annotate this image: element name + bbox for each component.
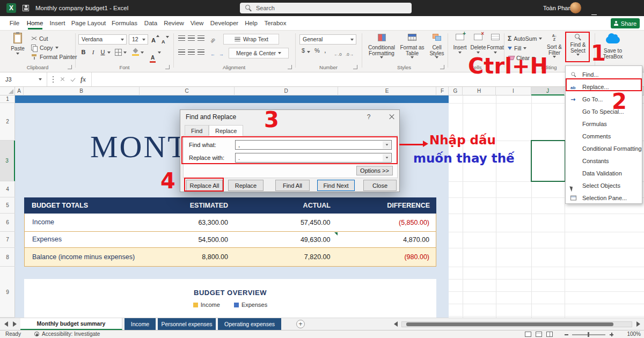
zoom-out-icon[interactable] [565, 334, 568, 335]
number-format-select[interactable]: General [299, 34, 356, 45]
menu-item-data-validation[interactable]: Data Validation [566, 167, 642, 179]
align-center-icon[interactable] [188, 49, 195, 55]
table-row-expenses[interactable]: Expenses 54,500.00 49,630.00 4,870.00 [24, 232, 436, 248]
col-header-B[interactable]: B [24, 87, 140, 95]
row-header-8[interactable]: 8 [0, 248, 15, 267]
row-header-6[interactable]: 6 [0, 214, 15, 232]
insert-button[interactable]: Insert [452, 34, 468, 54]
hscroll-left-icon[interactable] [394, 321, 398, 327]
col-header-E[interactable]: E [338, 87, 436, 95]
comma-icon[interactable]: , [324, 46, 326, 54]
cell-styles-button[interactable]: Cell Styles [427, 34, 447, 58]
sheet-tab-summary[interactable]: Monthly budget summary [20, 318, 122, 330]
fill-button[interactable]: Fill [508, 44, 526, 53]
table-row-balance[interactable]: Balance (income minus expenses) 8,800.00… [24, 248, 436, 267]
tab-review[interactable]: Review [162, 16, 186, 30]
table-row-income[interactable]: Income 63,300.00 57,450.00 (5,850.00) [24, 214, 436, 232]
col-header-A[interactable]: A [15, 87, 24, 95]
col-header-F[interactable]: F [436, 87, 449, 95]
delete-button[interactable]: Delete [470, 34, 486, 54]
italic-button[interactable]: I [89, 48, 97, 57]
tab-terabox[interactable]: Terabox [262, 16, 289, 30]
zoom-slider-thumb[interactable] [588, 332, 589, 337]
selected-cell-J3[interactable] [531, 140, 566, 182]
dialog-tab-find[interactable]: Find [185, 125, 209, 136]
normal-view-icon[interactable] [525, 332, 531, 337]
sheet-nav-right-icon[interactable] [13, 321, 17, 327]
decrease-indent-icon[interactable] [210, 48, 215, 58]
row-header-4[interactable]: 4 [0, 181, 15, 197]
menu-item-comments[interactable]: Comments [566, 130, 642, 142]
col-header-D[interactable]: D [235, 87, 338, 95]
copy-button[interactable]: Copy [31, 43, 58, 52]
name-box[interactable]: J3 [0, 72, 47, 86]
decrease-font-icon[interactable] [162, 36, 169, 46]
row-header-3[interactable]: 3 [0, 141, 15, 181]
find-all-button[interactable]: Find All [275, 180, 310, 191]
replace-button[interactable]: Replace [228, 180, 264, 191]
tab-file[interactable]: File [6, 16, 23, 30]
accounting-dropdown[interactable] [307, 51, 310, 53]
menu-item-go-to-special[interactable]: Go To Special... [566, 105, 642, 117]
format-button[interactable]: Format [487, 34, 503, 54]
accounting-icon[interactable]: $ [302, 47, 305, 54]
menu-item-selection-pane[interactable]: Selection Pane... [566, 192, 642, 204]
align-right-icon[interactable] [197, 49, 204, 55]
enter-icon[interactable] [71, 77, 76, 82]
tab-insert[interactable]: Insert [47, 16, 68, 30]
dialog-close-button[interactable]: Close [363, 180, 397, 191]
menu-item-go-to[interactable]: Go To... [566, 93, 642, 105]
conditional-formatting-button[interactable]: Conditional Formatting [367, 34, 396, 58]
share-button[interactable]: Share [611, 18, 640, 28]
number-dialog-launcher[interactable] [353, 65, 357, 69]
underline-button[interactable]: U [99, 48, 107, 57]
increase-indent-icon[interactable] [219, 48, 224, 58]
underline-dropdown[interactable] [107, 52, 111, 54]
add-sheet-button[interactable]: + [296, 320, 305, 328]
clipboard-dialog-launcher[interactable] [68, 65, 72, 69]
select-all-corner[interactable] [0, 87, 15, 95]
page-layout-view-icon[interactable] [536, 332, 542, 337]
cancel-icon[interactable] [60, 77, 65, 82]
search-input[interactable]: Search [240, 3, 412, 13]
fx-icon[interactable]: fx [80, 72, 86, 86]
font-color-icon[interactable] [149, 56, 156, 63]
wrap-text-button[interactable]: Wrap Text [223, 34, 279, 45]
tab-page-layout[interactable]: Page Layout [70, 16, 107, 30]
align-middle-icon[interactable] [188, 35, 195, 41]
name-box-dropdown[interactable] [39, 78, 42, 80]
font-name-select[interactable]: Verdana [78, 34, 127, 45]
page-break-view-icon[interactable] [546, 332, 553, 337]
fill-color-dropdown[interactable] [141, 52, 144, 54]
row-header-2[interactable]: 2 [0, 103, 15, 141]
formula-input[interactable] [91, 72, 644, 86]
formula-bar-options-icon[interactable] [53, 79, 54, 80]
increase-font-icon[interactable] [151, 35, 159, 45]
col-header-H[interactable]: H [463, 87, 496, 95]
dialog-help-button[interactable]: ? [363, 110, 375, 124]
borders-dropdown[interactable] [123, 52, 127, 54]
align-bottom-icon[interactable] [197, 35, 204, 41]
hscroll-right-icon[interactable] [636, 321, 640, 327]
row-header-5[interactable]: 5 [0, 197, 15, 214]
menu-item-formulas[interactable]: Formulas [566, 117, 642, 130]
save-icon[interactable] [23, 5, 29, 11]
sheet-tab-income[interactable]: Income [125, 318, 156, 330]
options-button[interactable]: Options >> [356, 166, 393, 175]
user-name[interactable]: Toàn Pham [543, 0, 573, 16]
col-header-I[interactable]: I [496, 87, 531, 95]
align-left-icon[interactable] [178, 49, 185, 55]
styles-dialog-launcher[interactable] [440, 65, 444, 69]
sheet-tab-operating[interactable]: Operating expenses [218, 318, 281, 330]
align-top-icon[interactable] [178, 35, 185, 41]
dialog-tab-replace[interactable]: Replace [209, 125, 243, 136]
col-header-C[interactable]: C [140, 87, 235, 95]
decrease-decimal-icon[interactable] [346, 48, 354, 58]
orientation-icon[interactable] [210, 34, 215, 44]
col-header-G[interactable]: G [449, 87, 463, 95]
tab-formulas[interactable]: Formulas [109, 16, 140, 30]
row-header-9[interactable]: 9 [0, 267, 15, 318]
cut-button[interactable]: Cut [31, 34, 48, 43]
fill-color-icon[interactable] [132, 49, 139, 56]
row-header-1[interactable]: 1 [0, 95, 15, 103]
